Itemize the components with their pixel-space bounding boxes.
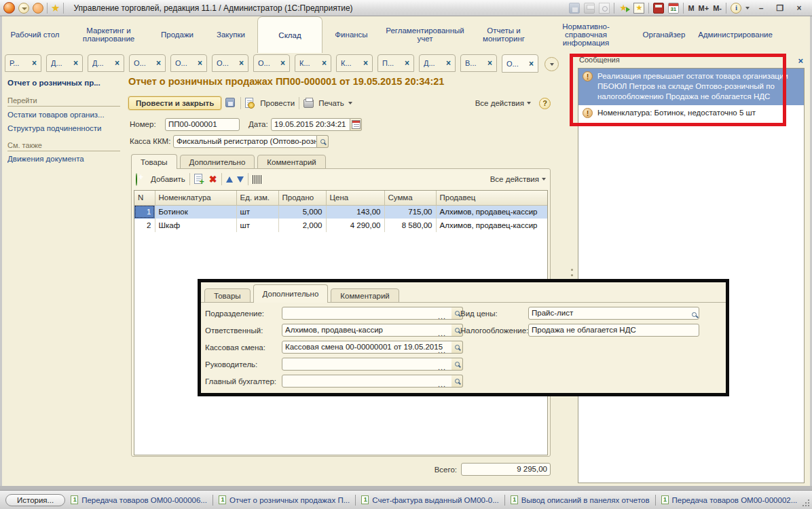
all-actions-button[interactable]: Все действия (475, 99, 524, 107)
document-tab[interactable]: О...× (212, 54, 248, 72)
print-dropdown-icon[interactable] (348, 102, 352, 105)
copy-row-icon[interactable] (194, 174, 202, 184)
document-tab[interactable]: О...× (129, 54, 166, 72)
table-row[interactable]: 1 Ботинок шт 5,000 143,00 715,00 Алхимов… (134, 205, 547, 219)
taskbar-item[interactable]: Вывод описаний в панелях отчетов (511, 495, 650, 504)
kkm-field[interactable]: Фискальный регистратор (Оптово-розничны (173, 135, 317, 148)
help-button[interactable]: ? (539, 98, 551, 109)
close-icon[interactable]: × (73, 58, 78, 68)
sidebar-link-document-movements[interactable]: Движения документа (7, 155, 122, 163)
delete-row-icon[interactable]: ✖ (209, 174, 217, 184)
ellipsis-button[interactable]: ... (438, 363, 446, 371)
tab-list-dropdown-button[interactable] (545, 57, 559, 71)
close-icon[interactable]: × (363, 58, 368, 68)
close-button[interactable]: × (792, 3, 807, 13)
document-tab[interactable]: Д...× (419, 54, 456, 72)
calendar-icon[interactable]: 31 (668, 3, 679, 14)
date-picker-button[interactable] (350, 118, 362, 131)
minimize-button[interactable]: – (754, 3, 769, 13)
menu-tab-administration[interactable]: Администрирование (694, 16, 777, 53)
menu-tab-warehouse[interactable]: Склад (257, 16, 322, 53)
add-to-favorites-icon[interactable] (619, 3, 629, 14)
taskbar-item[interactable]: Отчет о розничных продажах П... (219, 495, 350, 504)
save-icon[interactable] (569, 3, 580, 14)
search-icon[interactable] (692, 312, 697, 317)
close-icon[interactable]: × (280, 58, 285, 68)
document-tab[interactable]: О...× (253, 54, 290, 72)
close-icon[interactable]: × (798, 56, 803, 66)
taskbar-item[interactable]: Счет-фактура выданный ОМ00-0... (361, 495, 499, 504)
info-icon[interactable] (731, 3, 741, 14)
kkm-search-button[interactable] (317, 135, 329, 148)
post-button[interactable]: Провести (260, 99, 295, 107)
memory-minus-button[interactable]: M- (713, 4, 722, 12)
close-icon[interactable]: × (198, 58, 202, 68)
save-icon[interactable] (225, 98, 235, 107)
document-tab-active[interactable]: О...× (502, 54, 538, 73)
ellipsis-button[interactable]: ... (438, 380, 446, 388)
responsible-field[interactable]: Алхимов, продавец-кассир (282, 324, 453, 337)
close-icon[interactable]: × (239, 58, 244, 68)
document-tab[interactable]: Р...× (5, 54, 41, 72)
menu-tab-organizer[interactable]: Органайзер (634, 16, 694, 53)
menu-tab-desktop[interactable]: Рабочий стол (3, 16, 67, 53)
message-item[interactable]: ! Номенклатура: Ботинок, недостаточно 5 … (578, 105, 804, 121)
document-tab[interactable]: П...× (377, 54, 414, 72)
tab-goods[interactable]: Товары (131, 154, 177, 169)
sidebar-link-subordination[interactable]: Структура подчиненности (7, 124, 122, 132)
info-dropdown-icon[interactable] (745, 7, 750, 10)
tab-additional-active[interactable]: Дополнительно (253, 284, 329, 303)
search-button[interactable] (451, 358, 463, 371)
menu-tab-reference-info[interactable]: Нормативно-справочная информация (538, 16, 634, 53)
splitter-handle[interactable] (570, 53, 574, 486)
document-tab[interactable]: Д...× (46, 54, 83, 72)
print-button[interactable]: Печать (318, 99, 344, 107)
close-icon[interactable]: × (487, 58, 492, 68)
menu-tab-marketing[interactable]: Маркетинг и планирование (67, 16, 150, 53)
memory-button[interactable]: M (688, 4, 694, 12)
document-tab[interactable]: К...× (295, 54, 331, 72)
close-icon[interactable]: × (32, 58, 37, 68)
resize-grip[interactable] (802, 499, 809, 506)
document-tab[interactable]: К...× (336, 54, 373, 72)
open-favorites-icon[interactable] (633, 3, 644, 14)
chief-accountant-field[interactable] (282, 375, 453, 388)
message-item[interactable]: ! Реализация превышает остаток товара ор… (578, 69, 804, 105)
history-button[interactable]: История... (5, 494, 65, 506)
tab-comment[interactable]: Комментарий (257, 155, 325, 169)
menu-tab-purchases[interactable]: Закупки (204, 16, 257, 53)
sidebar-link-stock-balance[interactable]: Остатки товаров организ... (7, 111, 122, 119)
price-kind-field[interactable]: Прайс-лист (528, 307, 699, 320)
close-icon[interactable]: × (115, 58, 119, 68)
barcode-scanner-icon[interactable] (253, 175, 263, 184)
cash-shift-field[interactable]: Кассовая смена 00-00000001 от 19.05.2015 (282, 341, 453, 354)
document-tab[interactable]: О...× (170, 54, 207, 72)
tab-goods[interactable]: Товары (204, 288, 251, 303)
document-tab[interactable]: В...× (460, 54, 497, 72)
manager-field[interactable] (282, 358, 453, 371)
post-and-close-button[interactable]: Провести и закрыть (128, 96, 221, 110)
tab-additional[interactable]: Дополнительно (180, 155, 255, 169)
ellipsis-button[interactable]: ... (438, 329, 446, 337)
memory-plus-button[interactable]: M+ (699, 4, 709, 12)
taskbar-item[interactable]: Передача товаров ОМ00-000006... (71, 495, 207, 504)
close-icon[interactable]: × (446, 58, 451, 68)
search-button[interactable] (451, 375, 463, 388)
ellipsis-button[interactable]: ... (438, 346, 446, 354)
department-field[interactable] (282, 307, 453, 320)
menu-tab-reports[interactable]: Отчеты и мониторинг (470, 16, 538, 53)
search-button[interactable] (451, 341, 463, 354)
print-icon[interactable] (303, 99, 314, 108)
table-row[interactable]: 2 Шкаф шт 2,000 4 290,00 8 580,00 Алхимо… (134, 219, 547, 232)
taxation-field[interactable]: Продажа не облагается НДС (528, 324, 699, 337)
menu-tab-regulated-accounting[interactable]: Регламентированный учет (380, 16, 470, 53)
quick-access-button[interactable] (33, 3, 43, 14)
move-down-icon[interactable] (237, 176, 244, 183)
calculator-icon[interactable] (653, 3, 664, 14)
menu-tab-sales[interactable]: Продажи (150, 16, 204, 53)
main-menu-button[interactable] (18, 3, 29, 14)
close-icon[interactable]: × (405, 58, 409, 68)
move-up-icon[interactable] (226, 176, 233, 183)
close-icon[interactable]: × (322, 58, 327, 68)
maximize-button[interactable]: ❒ (773, 3, 788, 13)
